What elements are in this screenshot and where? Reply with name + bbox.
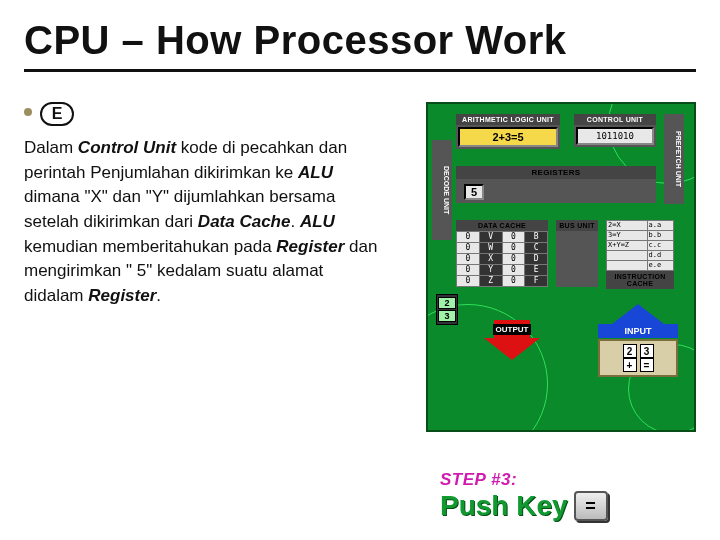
calc-key: = xyxy=(640,358,654,372)
title-row: CPU – How Processor Work xyxy=(24,18,696,72)
page-title: CPU – How Processor Work xyxy=(24,18,696,63)
decode-unit-chip: DECODE UNIT xyxy=(432,140,452,240)
t: ALU xyxy=(298,163,333,182)
data-cache-chip: DATA CACHE 0V0B 0W0C 0X0D 0Y0E 0Z0F xyxy=(456,220,548,287)
input-arrow: INPUT 2 3 + = xyxy=(598,304,678,377)
t: Dalam xyxy=(24,138,78,157)
bullet-icon xyxy=(24,108,32,116)
badge-row: E xyxy=(24,102,408,126)
t: Register xyxy=(88,286,156,305)
t: kemudian memberitahukan pada xyxy=(24,237,276,256)
title-text: CPU – How Processor Work xyxy=(24,18,567,62)
datacache-table: 0V0B 0W0C 0X0D 0Y0E 0Z0F xyxy=(456,231,548,287)
equals-key-icon: = xyxy=(574,491,608,521)
arrow-up-icon xyxy=(612,304,664,324)
cpu-diagram: ARITHMETIC LOGIC UNIT 2+3=5 CONTROL UNIT… xyxy=(426,102,696,432)
ctrl-label: CONTROL UNIT xyxy=(574,114,656,125)
badge-letter: E xyxy=(52,105,63,123)
slide: CPU – How Processor Work E Dalam Control… xyxy=(0,0,720,540)
t: Data Cache xyxy=(198,212,291,231)
left-column: E Dalam Control Unit kode di pecahkan da… xyxy=(24,102,408,432)
readout-val: 2 xyxy=(438,297,456,309)
bus-label: BUS UNIT xyxy=(556,220,598,231)
control-unit-chip: CONTROL UNIT 1011010 xyxy=(574,114,656,147)
body-paragraph: Dalam Control Unit kode di pecahkan dan … xyxy=(24,136,384,308)
readout-val: 3 xyxy=(438,310,456,322)
alu-display: 2+3=5 xyxy=(458,127,558,147)
registers-chip: REGISTERS 5 xyxy=(456,166,656,203)
alu-chip: ARITHMETIC LOGIC UNIT 2+3=5 xyxy=(456,114,560,149)
t: Control Unit xyxy=(78,138,176,157)
arrow-down-icon xyxy=(484,338,540,360)
calc-key: 3 xyxy=(640,344,654,358)
instruction-cache-chip: 2=Xa.a 3=Yb.b X+Y=Zc.c d.d e.e INSTRUCTI… xyxy=(606,220,674,289)
step-banner: STEP #3: Push Key = xyxy=(440,470,690,522)
t: . xyxy=(290,212,299,231)
datacache-label: DATA CACHE xyxy=(456,220,548,231)
step-number: STEP #3: xyxy=(440,470,690,490)
calc-key: + xyxy=(623,358,637,372)
ctrl-display: 1011010 xyxy=(576,127,654,145)
t: . xyxy=(156,286,161,305)
output-arrow: OUTPUT xyxy=(468,320,556,360)
t: Register xyxy=(276,237,344,256)
alu-label: ARITHMETIC LOGIC UNIT xyxy=(456,114,560,125)
registers-label: REGISTERS xyxy=(456,166,656,179)
content: E Dalam Control Unit kode di pecahkan da… xyxy=(24,102,696,432)
mini-calculator: 2 3 + = xyxy=(598,339,678,377)
side-readout: 2 3 xyxy=(436,294,458,325)
step-e-badge: E xyxy=(40,102,74,126)
calc-key: 2 xyxy=(623,344,637,358)
instr-label: INSTRUCTION CACHE xyxy=(606,271,674,289)
registers-value: 5 xyxy=(464,184,484,200)
input-label: INPUT xyxy=(598,324,678,338)
output-label: OUTPUT xyxy=(493,324,532,335)
prefetch-unit-chip: PREFETCH UNIT xyxy=(664,114,684,204)
bus-unit-chip: BUS UNIT xyxy=(556,220,598,287)
instr-table: 2=Xa.a 3=Yb.b X+Y=Zc.c d.d e.e xyxy=(606,220,674,271)
t: ALU xyxy=(300,212,335,231)
step-action: Push Key xyxy=(440,490,568,522)
